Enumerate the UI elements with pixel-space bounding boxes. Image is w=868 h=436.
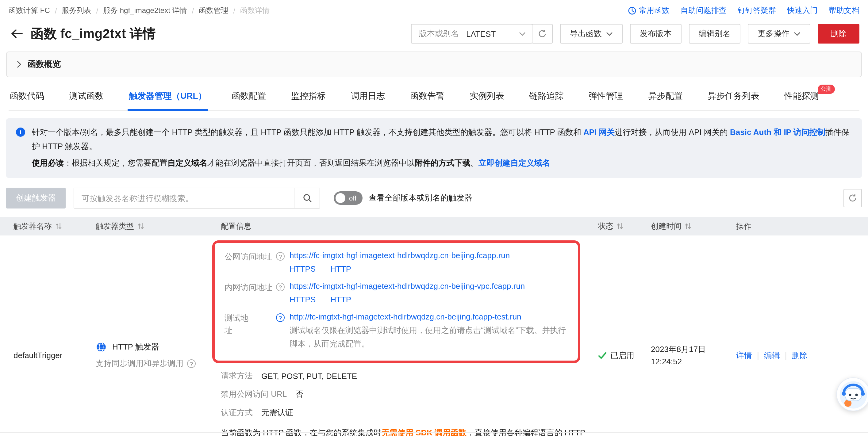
breadcrumb-separator: / [192,6,194,15]
api-gateway-link[interactable]: API 网关 [583,128,615,137]
dingtalk-group-link[interactable]: 钉钉答疑群 [738,5,776,16]
toggle-state-text: off [349,195,356,202]
help-icon[interactable]: ? [276,252,285,261]
request-method-row: 请求方法 GET, POST, PUT, DELETE [221,370,598,381]
auth-method-value: 无需认证 [261,407,293,418]
page-header: 函数 fc_img2txt 详情 版本或别名 LATEST 导出函数 发布版本 … [0,16,868,43]
toggle-label: 查看全部版本或别名的触发器 [369,193,472,204]
search-input[interactable] [74,189,294,208]
chevron-down-icon [606,32,613,36]
detail-action-link[interactable]: 详情 [736,351,752,360]
sort-icon [137,223,144,230]
request-method-value: GET, POST, PUT, DELETE [261,371,357,380]
sort-icon [617,223,623,230]
public-http-link[interactable]: HTTP [330,264,351,274]
bottom-divider [0,432,868,433]
column-header-trigger-name[interactable]: 触发器名称 [13,221,96,232]
robot-icon [836,376,868,412]
tab-tracing[interactable]: 链路追踪 [528,87,565,111]
toggle-knob [336,193,345,203]
self-troubleshoot-link[interactable]: 自助问题排查 [681,5,726,16]
help-icon[interactable]: ? [187,360,196,368]
test-url-note: 测试域名仅限在浏览器中测试时使用，使用之前请点击“测试域名”下载、并执行脚本，从… [289,324,569,350]
column-label: 触发器名称 [13,221,52,232]
tab-async-config[interactable]: 异步配置 [647,87,684,111]
action-separator: | [785,351,787,360]
private-http-link[interactable]: HTTP [330,295,351,305]
banner-line-1: 针对一个版本/别名，最多只能创建一个 HTTP 类型的触发器，且 HTTP 函数… [32,126,852,154]
banner-text: 才能在浏览器中直接打开页面，否则返回结果在浏览器中以 [207,158,415,167]
edit-action-link[interactable]: 编辑 [764,351,780,360]
export-function-label: 导出函数 [570,28,602,39]
public-https-link[interactable]: HTTPS [289,264,316,274]
publish-version-button[interactable]: 发布版本 [630,24,682,43]
column-header-trigger-type[interactable]: 触发器类型 [96,221,221,232]
table-refresh-button[interactable] [843,189,862,208]
tab-trigger-management[interactable]: 触发器管理（URL） [128,87,208,111]
info-icon: i [16,128,25,137]
version-select[interactable]: 版本或别名 LATEST [411,24,532,43]
private-url-link[interactable]: https://fc-imgtxt-hgf-imagetext-hdlrbwqd… [289,282,525,291]
auth-method-label: 认证方式 [221,407,253,418]
delete-button[interactable]: 删除 [818,24,860,43]
export-function-button[interactable]: 导出函数 [560,24,623,43]
search-button[interactable] [294,189,319,208]
assistant-robot-button[interactable] [836,376,868,412]
tab-test-function[interactable]: 测试函数 [68,87,105,111]
refresh-icon [538,29,547,38]
info-banner: i 针对一个版本/别名，最多只能创建一个 HTTP 类型的触发器，且 HTTP … [6,118,862,178]
public-url-link[interactable]: https://fc-imgtxt-hgf-imagetext-hdlrbwqd… [289,251,510,260]
version-refresh-button[interactable] [532,24,553,43]
private-https-link[interactable]: HTTPS [289,295,316,305]
tab-bar: 函数代码 测试函数 触发器管理（URL） 函数配置 监控指标 调用日志 函数告警… [8,87,860,111]
tab-function-code[interactable]: 函数代码 [8,87,45,111]
table-header: 触发器名称 触发器类型 配置信息 状态 创建时间 操作 [0,217,868,236]
trigger-type-note: 支持同步调用和异步调用 [96,359,183,370]
tab-elastic-management[interactable]: 弹性管理 [588,87,624,111]
tab-function-config[interactable]: 函数配置 [231,87,268,111]
breadcrumb-item-service-detail[interactable]: 服务 hgf_image2text 详情 [103,5,187,16]
create-trigger-button[interactable]: 创建触发器 [6,188,66,209]
quick-start-link[interactable]: 快速入门 [787,5,818,16]
version-select-value: LATEST [466,29,496,38]
help-docs-link[interactable]: 帮助文档 [829,5,860,16]
basic-auth-ip-link[interactable]: Basic Auth 和 IP 访问控制 [730,128,825,137]
edit-alias-button[interactable]: 编辑别名 [689,24,740,43]
column-header-actions: 操作 [736,221,860,232]
help-icon[interactable]: ? [276,314,285,322]
test-url-link[interactable]: http://fc-imgtxt-hgf-imagetext-hdlrbwqdz… [289,312,521,322]
banner-bold: 使用必读 [32,158,64,167]
tab-performance-probe[interactable]: 性能探测 公测 [783,87,820,111]
tab-monitor-metrics[interactable]: 监控指标 [290,87,327,111]
breadcrumb-item-function-manage[interactable]: 函数管理 [199,5,228,16]
quicklink-label: 常用函数 [639,5,670,16]
help-icon[interactable]: ? [276,283,285,291]
disable-public-url-row: 禁用公网访问 URL 否 [221,389,598,400]
test-url-row: 测试地址 ? http://fc-imgtxt-hgf-imagetext-hd… [224,312,569,350]
common-functions-link[interactable]: 常用函数 [628,5,670,16]
status-badge: 已启用 [610,350,634,361]
breadcrumb-item-fc[interactable]: 函数计算 FC [8,5,50,16]
trigger-type-cell: HTTP 触发器 支持同步调用和异步调用 ? [96,342,221,370]
chevron-down-icon [519,32,526,36]
back-button[interactable] [8,26,25,42]
tab-invoke-logs[interactable]: 调用日志 [350,87,386,111]
tab-function-alarm[interactable]: 函数告警 [409,87,446,111]
create-custom-domain-link[interactable]: 立即创建自定义域名 [478,158,550,167]
breadcrumb-bar: 函数计算 FC / 服务列表 / 服务 hgf_image2text 详情 / … [0,0,868,16]
trigger-search-box [73,188,320,209]
column-header-status[interactable]: 状态 [598,221,651,232]
column-header-created[interactable]: 创建时间 [651,221,736,232]
tab-instance-list[interactable]: 实例列表 [469,87,505,111]
publish-version-label: 发布版本 [640,28,672,39]
http-usage-paragraph: 当前函数为 HTTP 函数，在与您的系统集成时无需使用 SDK 调用函数，直接使… [221,426,596,436]
tab-async-task-list[interactable]: 异步任务列表 [707,87,761,111]
banner-text: ：根据相关规定，您需要配置 [64,158,167,167]
breadcrumb-separator: / [233,6,235,15]
breadcrumb-item-service-list[interactable]: 服务列表 [62,5,91,16]
search-icon [302,193,312,203]
delete-action-link[interactable]: 删除 [792,351,808,360]
more-actions-button[interactable]: 更多操作 [748,24,810,43]
show-all-versions-toggle[interactable]: off [334,192,363,205]
function-overview-panel[interactable]: 函数概览 [6,52,862,77]
